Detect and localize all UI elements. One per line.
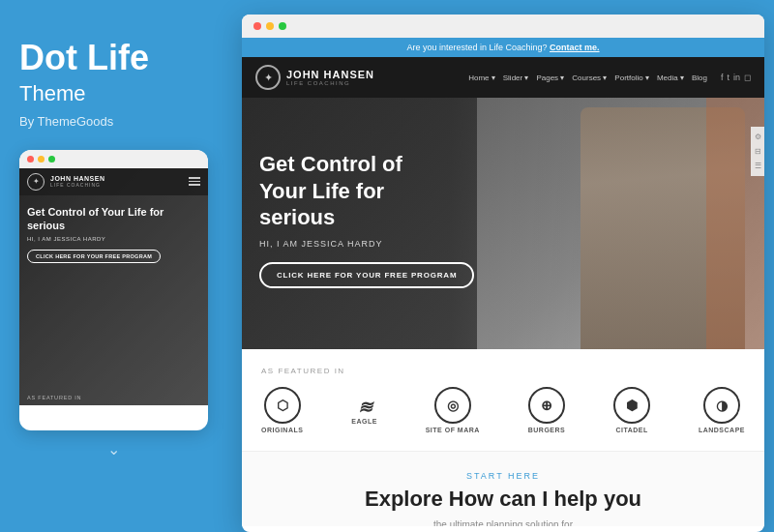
mobile-browser-bar [19,150,208,168]
hero-byline: HI, I AM JESSICA HARDY [259,239,474,249]
hero-section: Get Control of Your Life for serious HI,… [242,98,764,349]
hero-heading: Get Control of Your Life for serious [259,151,453,231]
instagram-icon[interactable]: ◻ [744,73,751,82]
scroll-icon-3: ☰ [755,162,761,170]
nav-courses[interactable]: Courses ▾ [572,74,607,82]
brand-originals: ⬡ ORIGINALS [261,387,303,433]
mobile-logo-circle: ✦ [27,173,45,191]
featured-section: AS FEATURED IN ⬡ ORIGINALS ≋ EAGLE ◎ [242,349,764,451]
bottom-sub-1: the ultimate planning solution for [261,519,745,526]
featured-label: AS FEATURED IN [261,367,745,375]
brand-site-of-mara: ◎ SITE OF MARA [426,387,480,433]
landscape-icon: ◑ [703,387,740,424]
mobile-logo-icon: ✦ [33,177,40,186]
brand-burgers: ⊕ BURGERS [528,387,566,433]
mobile-hero-heading: Get Control of Your Life for serious [27,205,200,233]
landscape-label: LANDSCAPE [699,427,745,433]
nav-portfolio[interactable]: Portfolio ▾ [614,74,649,82]
hero-text: Get Control of Your Life for serious HI,… [259,151,474,288]
mobile-overlay [19,168,208,405]
nav-pages[interactable]: Pages ▾ [536,74,564,82]
site-logo: ✦ JOHN HANSEN LIFE COACHING [255,65,374,90]
mobile-dot-green [48,156,55,163]
browser-dot-red [253,22,261,30]
citadel-icon: ⬢ [613,387,650,424]
eagle-icon: ≋ [358,397,372,418]
site-navigation: ✦ JOHN HANSEN LIFE COACHING Home ▾ Slide… [242,57,764,98]
citadel-label: CITADEL [615,427,647,433]
mobile-brand-name: JOHN HANSEN [50,175,104,182]
mara-label: SITE OF MARA [426,427,480,433]
mobile-brand: JOHN HANSEN LIFE COACHING [50,175,104,188]
browser-window: Are you interested in Life Coaching? Con… [242,15,764,532]
mobile-brand-tagline: LIFE COACHING [50,182,104,188]
originals-icon: ⬡ [264,387,301,424]
theme-title: Dot Life [19,39,208,77]
nav-social-icons: f t in ◻ [721,73,751,82]
browser-dot-yellow [266,22,274,30]
hero-background [477,98,764,349]
notification-bar: Are you interested in Life Coaching? Con… [242,38,764,57]
originals-label: ORIGINALS [261,427,303,433]
mobile-featured-label: AS FEATURED IN [27,395,81,400]
mara-icon: ◎ [434,387,471,424]
site-brand: JOHN HANSEN LIFE COACHING [286,69,374,86]
brand-landscape: ◑ LANDSCAPE [699,387,745,433]
mobile-hero-byline: HI, I AM JESSICA HARDY [27,236,200,242]
site-brand-tagline: LIFE COACHING [286,80,374,86]
browser-content: Are you interested in Life Coaching? Con… [242,38,764,526]
bottom-heading: Explore How can I help you [261,487,745,512]
mobile-scroll-arrow: ⌄ [19,440,208,458]
scroll-sidebar: ⚙ ⊟ ☰ [751,127,764,176]
nav-links: Home ▾ Slider ▾ Pages ▾ Courses ▾ Portfo… [468,73,751,82]
notif-link[interactable]: Contact me. [550,43,600,52]
brand-citadel: ⬢ CITADEL [613,387,650,433]
scroll-icon-1: ⚙ [755,133,761,141]
mobile-content: ✦ JOHN HANSEN LIFE COACHING Get Control … [19,168,208,405]
start-here-label: START HERE [261,471,745,481]
twitter-icon[interactable]: t [727,73,729,82]
scroll-icon-2: ⊟ [755,147,761,156]
mobile-nav: ✦ JOHN HANSEN LIFE COACHING [19,168,208,195]
facebook-icon[interactable]: f [721,73,724,82]
notif-text: Are you interested in Life Coaching? [406,43,547,52]
nav-media[interactable]: Media ▾ [657,74,684,82]
browser-top-bar [242,15,764,38]
left-panel: Dot Life Theme By ThemeGoods ✦ JOHN HANS… [0,0,227,532]
mobile-dot-yellow [38,156,45,163]
bottom-cta-section: START HERE Explore How can I help you th… [242,451,764,526]
theme-subtitle: Theme [19,81,208,106]
site-logo-circle: ✦ [255,65,281,90]
linkedin-icon[interactable]: in [733,73,740,82]
nav-blog[interactable]: Blog [692,74,707,82]
mobile-cta-button[interactable]: CLICK HERE FOR YOUR FREE PROGRAM [27,250,161,263]
mobile-dot-red [27,156,34,163]
brand-eagle: ≋ EAGLE [351,397,377,425]
nav-home[interactable]: Home ▾ [468,74,495,82]
burgers-label: BURGERS [528,427,566,433]
site-brand-name: JOHN HANSEN [286,69,374,80]
mobile-hero-text: Get Control of Your Life for serious HI,… [27,205,200,264]
burgers-icon: ⊕ [528,387,565,424]
nav-slider[interactable]: Slider ▾ [503,74,529,82]
browser-dot-green [279,22,286,30]
featured-logos: ⬡ ORIGINALS ≋ EAGLE ◎ SITE OF MARA [261,387,745,433]
eagle-label: EAGLE [351,418,377,425]
mobile-hamburger-icon [189,177,200,186]
mobile-preview-card: ✦ JOHN HANSEN LIFE COACHING Get Control … [19,150,208,430]
site-logo-icon: ✦ [264,72,273,84]
hero-cta-button[interactable]: CLICK HERE FOR YOUR FREE PROGRAM [259,262,474,288]
theme-author: By ThemeGoods [19,114,208,129]
